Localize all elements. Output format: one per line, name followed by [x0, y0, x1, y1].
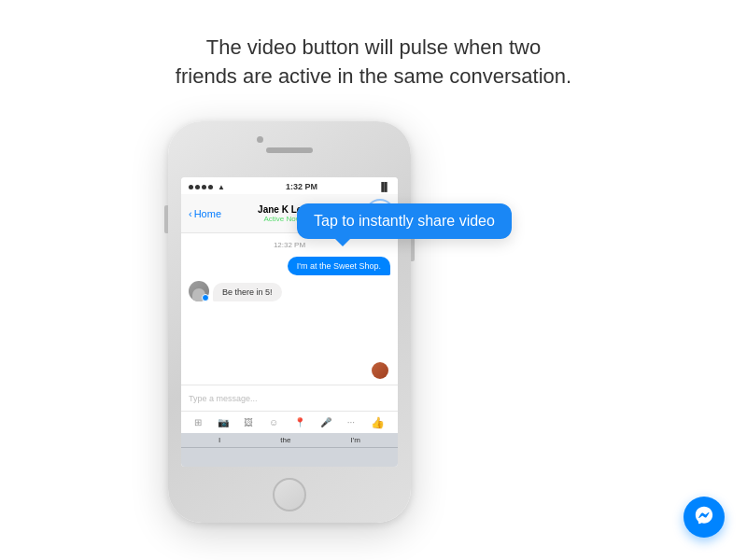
suggestion-3[interactable]: I'm — [351, 436, 360, 444]
home-button[interactable] — [273, 478, 306, 511]
suggestion-2[interactable]: the — [280, 436, 290, 444]
battery-area: ▐▌ — [378, 182, 390, 191]
dot-1 — [189, 185, 193, 189]
phone-mockup: ▲ 1:32 PM ▐▌ ‹ Home Jane K Lee Activ — [168, 121, 411, 523]
nav-back-label[interactable]: Home — [194, 208, 221, 219]
location-icon[interactable]: 📍 — [294, 417, 305, 427]
apps-icon[interactable]: ⊞ — [194, 417, 202, 427]
main-heading: The video button will pulse when two fri… — [0, 0, 747, 91]
status-bar: ▲ 1:32 PM ▐▌ — [181, 177, 398, 194]
status-time: 1:32 PM — [286, 182, 317, 191]
incoming-message: Be there in 5! — [189, 281, 390, 301]
phone-body: ▲ 1:32 PM ▐▌ ‹ Home Jane K Lee Activ — [168, 121, 411, 523]
mic-icon[interactable]: 🎤 — [320, 417, 331, 427]
dot-4 — [208, 185, 213, 189]
message-input-bar[interactable]: Type a message... — [181, 385, 398, 411]
outgoing-bubble: I'm at the Sweet Shop. — [288, 257, 390, 275]
dots-icon[interactable]: ··· — [347, 417, 355, 427]
avatar-right — [372, 362, 388, 379]
dot-2 — [195, 185, 200, 189]
tooltip-bubble: Tap to instantly share video — [297, 203, 512, 239]
outgoing-message: I'm at the Sweet Shop. — [189, 257, 390, 275]
messenger-icon — [694, 505, 714, 530]
suggestion-1[interactable]: I — [218, 436, 220, 444]
battery-icon: ▐▌ — [378, 182, 390, 191]
like-button[interactable]: 👍 — [371, 416, 385, 429]
speaker-slot — [266, 147, 313, 153]
dot-3 — [202, 185, 206, 189]
chat-timestamp: 12:32 PM — [189, 241, 390, 249]
incoming-bubble: Be there in 5! — [213, 283, 282, 301]
back-chevron-icon: ‹ — [189, 208, 192, 219]
side-button-left — [164, 205, 168, 233]
chat-area: 12:32 PM I'm at the Sweet Shop. Be there… — [181, 233, 398, 385]
wifi-icon: ▲ — [218, 183, 225, 191]
bottom-action-icons: ⊞ 📷 🖼 ☺ 📍 🎤 ··· 👍 — [181, 411, 398, 433]
messenger-fab[interactable] — [684, 497, 725, 538]
image-icon[interactable]: 🖼 — [244, 417, 253, 427]
camera-icon[interactable]: 📷 — [218, 417, 229, 427]
avatar-active-badge — [202, 294, 209, 301]
tooltip-text: Tap to instantly share video — [314, 213, 495, 229]
keyboard: I the I'm — [181, 433, 398, 467]
keyboard-suggestions: I the I'm — [181, 433, 398, 448]
camera-dot — [257, 136, 263, 143]
emoji-icon[interactable]: ☺ — [269, 417, 278, 427]
message-input-placeholder[interactable]: Type a message... — [189, 394, 390, 403]
nav-back-button[interactable]: ‹ Home — [189, 208, 221, 219]
signal-dots: ▲ — [189, 183, 225, 191]
